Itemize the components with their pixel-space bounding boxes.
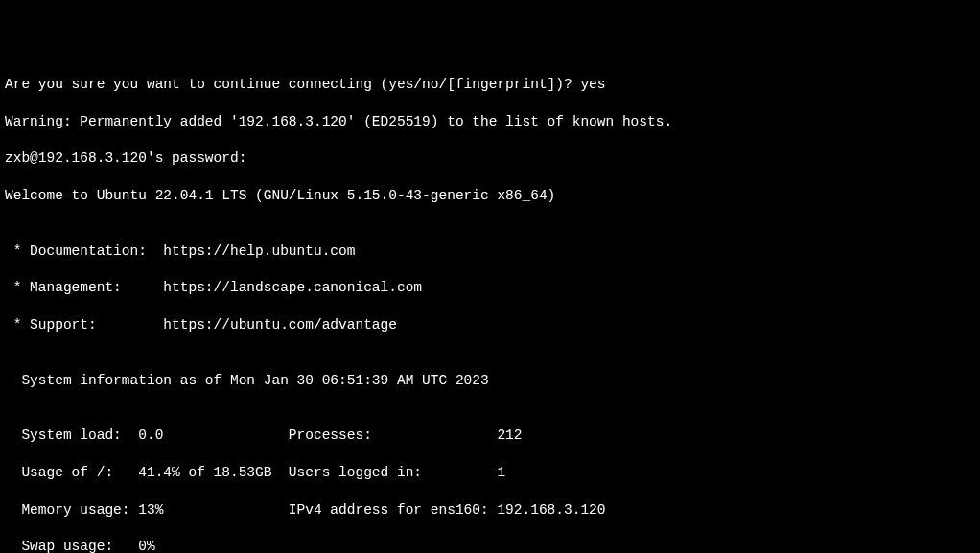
terminal-output-line: zxb@192.168.3.120's password: [5,150,975,168]
terminal-output-line: Warning: Permanently added '192.168.3.12… [5,113,975,131]
terminal-output-line: System load: 0.0 Processes: 212 [5,426,975,445]
terminal-output-line: * Support: https://ubuntu.com/advantage [5,316,975,334]
terminal-output-line: System information as of Mon Jan 30 06:5… [5,372,975,390]
terminal-output-line: * Management: https://landscape.canonica… [5,279,975,297]
terminal-output-line: Usage of /: 41.4% of 18.53GB Users logge… [5,464,975,482]
terminal-output-line: * Documentation: https://help.ubuntu.com [5,242,975,261]
terminal-output-line: Welcome to Ubuntu 22.04.1 LTS (GNU/Linux… [5,187,975,205]
terminal-output-line: Swap usage: 0% [5,538,975,553]
terminal-output-line: Memory usage: 13% IPv4 address for ens16… [5,501,975,519]
terminal-output-line: Are you sure you want to continue connec… [5,76,975,94]
